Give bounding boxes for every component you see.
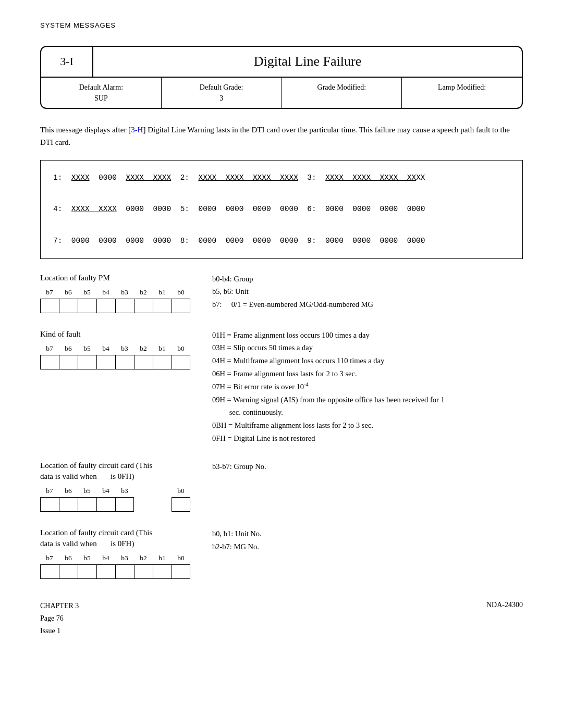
- cc1-box-6: [59, 497, 78, 512]
- card-col-lamp-modified: Lamp Modified:: [402, 78, 522, 108]
- description-paragraph: This message displays after [3-H] Digita…: [40, 124, 523, 149]
- cc2-box-4: [96, 564, 115, 579]
- cc2-box-7: [40, 564, 59, 579]
- bit-box-6-pm: [59, 299, 78, 313]
- cc1-gap: [134, 486, 172, 496]
- bit-boxes-cc1: [40, 497, 202, 512]
- footer-left: CHAPTER 3 Page 76 Issue 1: [40, 600, 79, 637]
- cc2-b1: b1: [153, 553, 172, 563]
- bit-boxes-pm: [40, 299, 202, 313]
- bit-label-b6-fk: b6: [59, 344, 78, 354]
- col-label-alarm: Default Alarm:: [79, 83, 123, 91]
- system-messages-label: SYSTEM MESSAGES: [40, 21, 523, 30]
- cc2-box-0: [172, 564, 190, 579]
- cc1-b3: b3: [115, 486, 134, 496]
- bit-label-b5-pm: b5: [78, 288, 96, 298]
- bit-box-7-pm: [40, 299, 59, 313]
- pm-desc-3: b7: 0/1 = Even-numbered MG/Odd-numbered …: [212, 298, 523, 311]
- fk-desc-09h: 09H = Warning signal (AIS) from the oppo…: [212, 393, 523, 419]
- bit-row-labels-cc2: b7 b6 b5 b4 b3 b2 b1 b0: [40, 553, 202, 563]
- footer: CHAPTER 3 Page 76 Issue 1 NDA-24300: [40, 600, 523, 637]
- cc1-box-5: [78, 497, 96, 512]
- cc2-b0: b0: [172, 553, 190, 563]
- cc2-box-6: [59, 564, 78, 579]
- cc2-b3: b3: [115, 553, 134, 563]
- cc1-box-empty2: [153, 497, 172, 512]
- cc2-box-5: [78, 564, 96, 579]
- cc1-box-0: [172, 497, 190, 512]
- bit-label-b3-fk: b3: [115, 344, 134, 354]
- cc2-b5: b5: [78, 553, 96, 563]
- bit-boxes-fk: [40, 355, 202, 369]
- bit-right-circuit-card-1: b3-b7: Group No.: [202, 460, 523, 473]
- cc2-box-1: [153, 564, 172, 579]
- card-id: 3-I: [41, 47, 93, 76]
- bit-section-faulty-pm: Location of faulty PM b7 b6 b5 b4 b3 b2 …: [40, 273, 523, 313]
- col-value-alarm: SUP: [94, 94, 108, 102]
- cc2-b7: b7: [40, 553, 59, 563]
- cc2-box-3: [115, 564, 134, 579]
- bit-label-b2-pm: b2: [134, 288, 153, 298]
- bit-row-labels-cc1: b7 b6 b5 b4 b3 b0: [40, 486, 202, 496]
- bit-label-b1-pm: b1: [153, 288, 172, 298]
- cc1-b4: b4: [96, 486, 115, 496]
- cc2-b2: b2: [134, 553, 153, 563]
- bit-row-labels-pm: b7 b6 b5 b4 b3 b2 b1 b0: [40, 288, 202, 298]
- bit-box-0-pm: [172, 299, 190, 313]
- data-line-2: [53, 186, 510, 201]
- cc2-desc-2: b2-b7: MG No.: [212, 540, 523, 553]
- bit-box-5-pm: [78, 299, 96, 313]
- bit-row-labels-fk: b7 b6 b5 b4 b3 b2 b1 b0: [40, 344, 202, 354]
- footer-issue: Issue 1: [40, 625, 79, 637]
- bit-section-fault-kind: Kind of fault b7 b6 b5 b4 b3 b2 b1 b0 01…: [40, 329, 523, 445]
- fk-desc-07h: 07H = Bit error rate is over 10-4: [212, 380, 523, 393]
- col-value-grade: 3: [219, 94, 223, 102]
- bit-box-2-pm: [134, 299, 153, 313]
- bit-box-2-fk: [134, 355, 153, 369]
- cc1-desc-1: b3-b7: Group No.: [212, 460, 523, 473]
- card-title-row: 3-I Digital Line Failure: [41, 47, 522, 77]
- col-label-grade: Default Grade:: [200, 83, 243, 91]
- bit-label-b4-fk: b4: [96, 344, 115, 354]
- bit-label-faulty-pm: Location of faulty PM: [40, 273, 202, 283]
- bit-right-fault-kind: 01H = Frame alignment loss occurs 100 ti…: [202, 329, 523, 445]
- bit-right-faulty-pm: b0-b4: Group b5, b6: Unit b7: 0/1 = Even…: [202, 273, 523, 311]
- bit-box-4-fk: [96, 355, 115, 369]
- cc2-b4: b4: [96, 553, 115, 563]
- card-col-default-alarm: Default Alarm: SUP: [41, 78, 162, 108]
- fk-desc-03h: 03H = Slip occurs 50 times a day: [212, 341, 523, 354]
- bit-label-b4-pm: b4: [96, 288, 115, 298]
- card-title: Digital Line Failure: [93, 47, 522, 76]
- bit-box-5-fk: [78, 355, 96, 369]
- bit-box-3-fk: [115, 355, 134, 369]
- bit-label-b0-pm: b0: [172, 288, 190, 298]
- cc1-box-4: [96, 497, 115, 512]
- bit-left-circuit-card-2: Location of faulty circuit card (Thisdat…: [40, 527, 202, 579]
- data-line-3: 4: XXXX XXXX 0000 0000 5: 0000 0000 0000…: [53, 201, 510, 217]
- footer-right: NDA-24300: [486, 600, 523, 637]
- data-line-5: 7: 0000 0000 0000 0000 8: 0000 0000 0000…: [53, 233, 510, 249]
- card-col-grade-modified: Grade Modified:: [282, 78, 402, 108]
- message-card: 3-I Digital Line Failure Default Alarm: …: [40, 46, 523, 108]
- bit-section-circuit-card-2: Location of faulty circuit card (Thisdat…: [40, 527, 523, 579]
- bit-box-3-pm: [115, 299, 134, 313]
- bit-label-b7-fk: b7: [40, 344, 59, 354]
- cc2-box-2: [134, 564, 153, 579]
- bit-left-circuit-card-1: Location of faulty circuit card (Thisdat…: [40, 460, 202, 512]
- bit-box-1-pm: [153, 299, 172, 313]
- bit-label-b3-pm: b3: [115, 288, 134, 298]
- bit-right-circuit-card-2: b0, b1: Unit No. b2-b7: MG No.: [202, 527, 523, 553]
- bit-left-fault-kind: Kind of fault b7 b6 b5 b4 b3 b2 b1 b0: [40, 329, 202, 369]
- bit-label-b1-fk: b1: [153, 344, 172, 354]
- cc2-b6: b6: [59, 553, 78, 563]
- cc1-b0: b0: [172, 486, 190, 496]
- link-3h[interactable]: 3-H: [131, 126, 143, 134]
- bit-label-b6-pm: b6: [59, 288, 78, 298]
- bit-box-7-fk: [40, 355, 59, 369]
- pm-desc-2: b5, b6: Unit: [212, 285, 523, 298]
- bit-box-4-pm: [96, 299, 115, 313]
- fk-desc-0fh: 0FH = Digital Line is not restored: [212, 432, 523, 445]
- data-line-4: [53, 217, 510, 233]
- cc1-b7: b7: [40, 486, 59, 496]
- card-col-default-grade: Default Grade: 3: [162, 78, 282, 108]
